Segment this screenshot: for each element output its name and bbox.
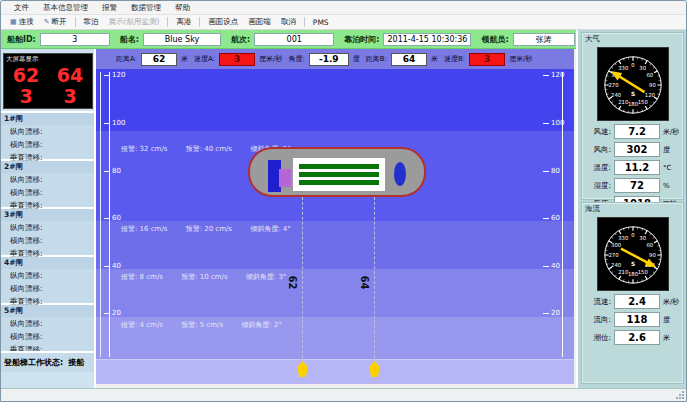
speed-b-value: 3	[469, 53, 505, 66]
longitudinal-drift-label: 纵向漂移:	[1, 125, 94, 138]
zone-alarm: 报警: 4 cm/s	[121, 321, 163, 329]
axis-tick: 40	[551, 262, 573, 270]
speed-a-value: 3	[219, 53, 255, 66]
svg-text:90: 90	[649, 252, 656, 258]
speed-b-unit: 厘米/秒	[509, 54, 532, 64]
cargo-bar	[299, 180, 379, 185]
ship-id-field[interactable]: 3	[40, 33, 110, 46]
distance-a-label: 距离A:	[116, 54, 137, 64]
screen-setpoint-button[interactable]: 画面设点	[203, 15, 243, 29]
menu-file[interactable]: 文件	[7, 1, 36, 14]
distance-b-value: 64	[391, 53, 427, 66]
app-window: 文件 基本信息管理 报警 数据管理 帮助 ▦ 连接 ✎ 断开 靠泊 展示(航用监…	[0, 0, 687, 402]
svg-text:330: 330	[618, 65, 629, 71]
disconnect-icon: ✎	[44, 18, 50, 26]
approach-plot: 120 100 80 60 40 20 120 100 80 60 40 20 …	[96, 69, 574, 384]
left-edge-scale	[100, 72, 101, 357]
current-groupbox: 海流 0306090120150180210240270300330S 流速: …	[581, 202, 684, 384]
drift-sections: 1#闸 纵向漂移: 横向漂移: 垂直漂移: 2#闸 纵向漂移: 横向漂移: 垂直…	[1, 111, 94, 351]
gangway-status-row: 登船梯工作状态: 接船	[1, 351, 94, 372]
longitudinal-drift-label: 纵向漂移:	[1, 173, 94, 186]
svg-text:180: 180	[627, 101, 638, 107]
connect-button[interactable]: ▦ 连接	[5, 15, 39, 29]
display-speed-a: 3	[4, 86, 48, 107]
svg-text:120: 120	[644, 92, 655, 98]
longitudinal-drift-label: 纵向漂移:	[1, 317, 94, 330]
temperature-label: 温度:	[584, 163, 611, 173]
speed-a-label: 速度A:	[194, 54, 215, 64]
screen-edge-button[interactable]: 画面端	[243, 15, 276, 29]
pilot-field[interactable]: 张涛	[513, 33, 575, 46]
axis-tick: 100	[112, 119, 134, 127]
ship-name-label: 船名:	[120, 34, 139, 45]
display-distance-b: 64	[48, 65, 92, 86]
axis-tick: 20	[551, 309, 573, 317]
menu-basic-info[interactable]: 基本信息管理	[36, 1, 95, 14]
axis-tick: 40	[112, 262, 134, 270]
environment-panel: 大气 0306090120150180210240270300330S 风速: …	[576, 30, 686, 388]
svg-text:240: 240	[611, 262, 622, 268]
display-monitor-button: 展示(航用监测)	[104, 15, 165, 29]
ship-id-label: 船舶ID:	[7, 34, 36, 45]
dock-strip	[96, 359, 574, 384]
svg-text:240: 240	[611, 92, 622, 98]
ship-name-field[interactable]: Blue Sky	[143, 33, 221, 46]
sensor-line-a	[302, 197, 303, 363]
toolbar-separator	[199, 17, 200, 27]
section-title: 5#闸	[1, 305, 94, 317]
display-speed-b: 3	[48, 86, 92, 107]
svg-text:150: 150	[637, 99, 648, 105]
lateral-drift-label: 横向漂移:	[1, 234, 94, 247]
current-speed-unit: 米/秒	[663, 297, 679, 307]
axis-tick: 20	[112, 309, 134, 317]
toolbar-separator	[167, 17, 168, 27]
zone-tilt: 倾斜角度: 3°	[246, 273, 287, 281]
current-direction-unit: 度	[663, 315, 670, 325]
disconnect-label: 断开	[52, 17, 67, 27]
tide-level-unit: 米	[663, 333, 670, 343]
tide-level-label: 潮位:	[584, 333, 611, 343]
menu-data[interactable]: 数据管理	[124, 1, 168, 14]
connect-label: 连接	[19, 17, 34, 27]
cancel-button[interactable]: 取消	[276, 15, 301, 29]
weather-groupbox: 大气 0306090120150180210240270300330S 风速: …	[581, 32, 684, 200]
zone-warning: 预警: 40 cm/s	[186, 145, 232, 153]
distance-a-value: 62	[141, 53, 177, 66]
disconnect-button[interactable]: ✎ 断开	[39, 15, 72, 29]
axis-tick: 120	[551, 71, 573, 79]
voyage-field[interactable]: 001	[254, 33, 334, 46]
toolbar-separator	[304, 17, 305, 27]
current-direction-value: 118	[614, 312, 660, 327]
longitudinal-drift-label: 纵向漂移:	[1, 221, 94, 234]
zone-tilt: 倾斜角度: 4°	[250, 225, 291, 233]
depart-button[interactable]: 离港	[171, 15, 196, 29]
toolbar-separator	[75, 17, 76, 27]
wind-direction-unit: 度	[663, 145, 670, 155]
temperature-unit: °C	[663, 164, 671, 172]
svg-text:30: 30	[639, 65, 646, 71]
berth-button[interactable]: 靠泊	[79, 15, 104, 29]
connect-icon: ▦	[10, 18, 17, 26]
current-speed-label: 流速:	[584, 297, 611, 307]
pms-button[interactable]: PMS	[308, 16, 334, 29]
lateral-drift-label: 横向漂移:	[1, 282, 94, 295]
speed-b-label: 速度B:	[444, 54, 465, 64]
menu-help[interactable]: 帮助	[168, 1, 197, 14]
resize-grip[interactable]	[675, 390, 684, 399]
gangway-status-label: 登船梯工作状态:	[4, 357, 63, 368]
axis-tick: 100	[551, 119, 573, 127]
big-screen-display: 大屏幕显示 62 64 3 3	[3, 53, 93, 109]
lateral-drift-label: 横向漂移:	[1, 330, 94, 343]
menu-alarm[interactable]: 报警	[95, 1, 124, 14]
distance-a-unit: 米	[181, 54, 188, 64]
axis-tick: 120	[112, 71, 134, 79]
svg-text:330: 330	[618, 235, 629, 241]
berth-time-field[interactable]: 2011-4-15 10:30:36	[383, 33, 471, 46]
svg-text:90: 90	[649, 82, 656, 88]
svg-text:S: S	[630, 91, 634, 97]
lateral-drift-label: 横向漂移:	[1, 138, 94, 151]
drift-section-2: 2#闸 纵向漂移: 横向漂移: 垂直漂移:	[1, 159, 94, 207]
wind-direction-label: 风向:	[584, 145, 611, 155]
angle-label: 角度:	[288, 54, 304, 64]
svg-text:S: S	[630, 261, 634, 267]
